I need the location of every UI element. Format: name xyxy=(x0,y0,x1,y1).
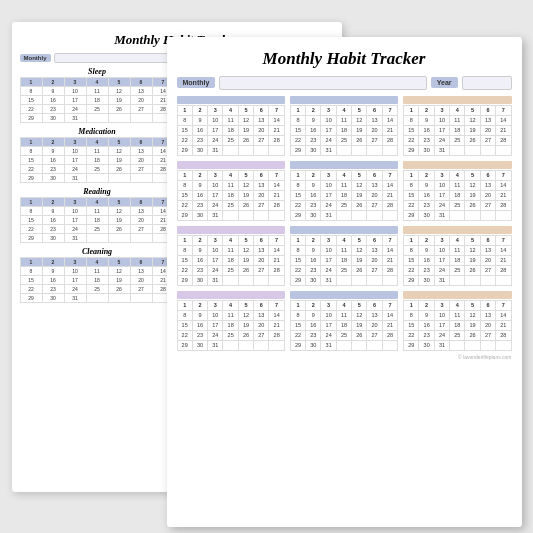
container: Monthly Habit Tracker Monthly Sleep 1234… xyxy=(12,12,522,522)
front-tracker-5-calendar: 1234567 891011121314 15161718192021 2223… xyxy=(290,170,398,221)
footer-text: © lavenderlifeplans.com xyxy=(177,354,512,360)
tracker-medication: Medication 1234567 891011121314 15161718… xyxy=(20,127,175,183)
tracker-reading-title: Reading xyxy=(20,187,175,196)
front-tracker-6: 1234567 891011121314 15161718192021 2223… xyxy=(403,161,511,221)
front-tracker-8-bar xyxy=(290,226,398,234)
front-year-input[interactable] xyxy=(462,76,512,90)
front-tracker-6-bar xyxy=(403,161,511,169)
front-tracker-12-calendar: 1234567 891011121314 15161718192021 2223… xyxy=(403,300,511,351)
tracker-medication-title: Medication xyxy=(20,127,175,136)
tracker-sleep-calendar: 1234567 891011121314 15161718192021 2223… xyxy=(20,77,175,123)
front-tracker-6-calendar: 1234567 891011121314 15161718192021 2223… xyxy=(403,170,511,221)
tracker-medication-calendar: 1234567 891011121314 15161718192021 2223… xyxy=(20,137,175,183)
front-tracker-4: 1234567 891011121314 15161718192021 2223… xyxy=(177,161,285,221)
front-tracker-9-bar xyxy=(403,226,511,234)
front-year-label: Year xyxy=(431,77,458,88)
front-tracker-10-calendar: 1234567 891011121314 15161718192021 2223… xyxy=(177,300,285,351)
front-tracker-3-calendar: 1234567 891011121314 15161718192021 2223… xyxy=(403,105,511,156)
front-tracker-8-calendar: 1234567 891011121314 15161718192021 2223… xyxy=(290,235,398,286)
tracker-cleaning-title: Cleaning xyxy=(20,247,175,256)
front-tracker-7-calendar: 1234567 891011121314 15161718192021 2223… xyxy=(177,235,285,286)
front-tracker-12: 1234567 891011121314 15161718192021 2223… xyxy=(403,291,511,351)
front-tracker-1-bar xyxy=(177,96,285,104)
tracker-sleep: Sleep 1234567 891011121314 1516171819202… xyxy=(20,67,175,123)
front-monthly-label: Monthly xyxy=(177,77,216,88)
front-tracker-2-calendar: 1234567 891011121314 15161718192021 2223… xyxy=(290,105,398,156)
front-tracker-10-bar xyxy=(177,291,285,299)
front-monthly-input[interactable] xyxy=(219,76,426,90)
front-header-row: Monthly Year xyxy=(177,76,512,90)
front-tracker-1-calendar: 1234567 891011121314 15161718192021 2223… xyxy=(177,105,285,156)
front-tracker-11-calendar: 1234567 891011121314 15161718192021 2223… xyxy=(290,300,398,351)
front-tracker-3: 1234567 891011121314 15161718192021 2223… xyxy=(403,96,511,156)
front-tracker-2-bar xyxy=(290,96,398,104)
front-tracker-4-bar xyxy=(177,161,285,169)
front-tracker-12-bar xyxy=(403,291,511,299)
tracker-reading-calendar: 1234567 891011121314 15161718192021 2223… xyxy=(20,197,175,243)
tracker-sleep-title: Sleep xyxy=(20,67,175,76)
tracker-cleaning-calendar: 1234567 891011121314 15161718192021 2223… xyxy=(20,257,175,303)
front-tracker-9: 1234567 891011121314 15161718192021 2223… xyxy=(403,226,511,286)
front-page: Monthly Habit Tracker Monthly Year 12345… xyxy=(167,37,522,527)
front-trackers-grid: 1234567 891011121314 15161718192021 2223… xyxy=(177,96,512,351)
back-monthly-label: Monthly xyxy=(20,54,51,62)
front-tracker-8: 1234567 891011121314 15161718192021 2223… xyxy=(290,226,398,286)
front-tracker-3-bar xyxy=(403,96,511,104)
front-tracker-11: 1234567 891011121314 15161718192021 2223… xyxy=(290,291,398,351)
front-tracker-7: 1234567 891011121314 15161718192021 2223… xyxy=(177,226,285,286)
front-tracker-10: 1234567 891011121314 15161718192021 2223… xyxy=(177,291,285,351)
front-tracker-1: 1234567 891011121314 15161718192021 2223… xyxy=(177,96,285,156)
front-tracker-4-calendar: 1234567 891011121314 15161718192021 2223… xyxy=(177,170,285,221)
tracker-reading: Reading 1234567 891011121314 15161718192… xyxy=(20,187,175,243)
front-tracker-7-bar xyxy=(177,226,285,234)
front-tracker-5: 1234567 891011121314 15161718192021 2223… xyxy=(290,161,398,221)
front-page-title: Monthly Habit Tracker xyxy=(177,49,512,69)
tracker-cleaning: Cleaning 1234567 891011121314 1516171819… xyxy=(20,247,175,303)
front-tracker-11-bar xyxy=(290,291,398,299)
front-tracker-2: 1234567 891011121314 15161718192021 2223… xyxy=(290,96,398,156)
front-tracker-9-calendar: 1234567 891011121314 15161718192021 2223… xyxy=(403,235,511,286)
front-tracker-5-bar xyxy=(290,161,398,169)
